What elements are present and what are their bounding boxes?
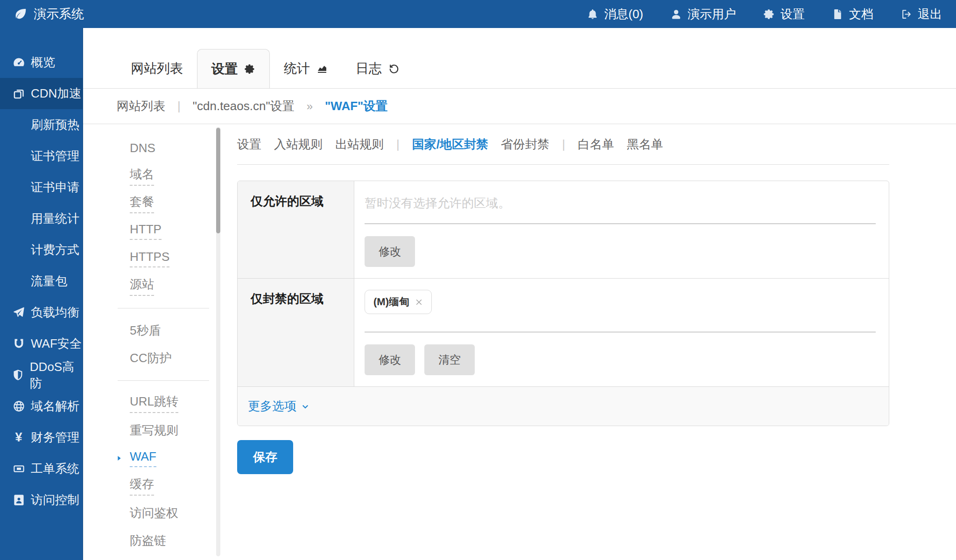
waf-tab-outbound[interactable]: 出站规则 [335,136,384,153]
caret-right-icon [116,455,123,462]
breadcrumb-site-list[interactable]: 网站列表 [117,98,165,114]
blocked-region-tag-label: (M)缅甸 [373,295,409,309]
subnav-item-waf[interactable]: WAF [83,444,215,472]
scrollbar-thumb[interactable] [216,128,220,233]
sidebar-item-label: 计费方式 [31,242,79,258]
brand[interactable]: 演示系统 [14,6,84,22]
waf-tab-province-block[interactable]: 省份封禁 [501,136,549,153]
sidebar-item-ddos[interactable]: DDoS高防 [0,359,83,391]
topnav-user[interactable]: 演示用户 [670,6,736,22]
subnav-item-cache[interactable]: 缓存 [83,472,215,499]
breadcrumb-waf-settings[interactable]: "WAF"设置 [325,98,387,114]
subnav-item-domain[interactable]: 域名 [83,162,215,189]
waf-tab-blacklist[interactable]: 黑名单 [627,136,663,153]
waf-tab-country-block[interactable]: 国家/地区封禁 [412,136,488,153]
subnav-item-http[interactable]: HTTP [83,217,215,245]
topnav: 消息(0) 演示用户 设置 文档 退出 [587,6,942,22]
sidebar-item-waf[interactable]: WAF安全 [0,328,83,359]
allowed-regions-label: 仅允许的区域 [238,181,354,278]
sidebar-item-purge[interactable]: 刷新预热 [0,109,83,140]
address-book-icon [11,494,26,506]
sidebar-item-label: 流量包 [31,273,67,289]
clear-blocked-button[interactable]: 清空 [424,344,475,375]
site-tabs: 网站列表 设置 统计 日志 [83,28,956,89]
save-button[interactable]: 保存 [237,440,293,474]
modify-allowed-button[interactable]: 修改 [365,236,415,267]
allowed-regions-buttons: 修改 [365,236,876,267]
subnav-divider [118,308,209,308]
sidebar-item-label: DDoS高防 [30,359,83,392]
tab-statistics[interactable]: 统计 [270,49,342,88]
close-icon[interactable] [415,298,423,306]
more-options-link[interactable]: 更多选项 [248,398,309,414]
tab-site-list[interactable]: 网站列表 [117,49,197,88]
sidebar-item-finance[interactable]: ¥ 财务管理 [0,422,83,453]
waf-tab-settings[interactable]: 设置 [237,136,261,153]
subnav-item-origin[interactable]: 源站 [83,272,215,300]
allowed-regions-display: 暂时没有选择允许的区域。 [365,192,876,224]
sidebar-item-access-control[interactable]: 访问控制 [0,484,83,516]
tab-label: 网站列表 [131,60,183,77]
history-icon [388,63,400,74]
brand-label: 演示系统 [34,6,84,22]
tab-settings[interactable]: 设置 [197,49,270,88]
sidebar-item-label: 访问控制 [31,492,79,508]
topnav-settings[interactable]: 设置 [763,6,805,22]
breadcrumb-site-settings[interactable]: "cdn.teaos.cn"设置 [193,98,295,114]
breadcrumb: 网站列表 | "cdn.teaos.cn"设置 » "WAF"设置 [83,89,956,124]
sidebar-item-label: 用量统计 [31,210,79,227]
sidebar-item-usage-stats[interactable]: 用量统计 [0,203,83,234]
waf-tab-whitelist[interactable]: 白名单 [578,136,614,153]
subnav-item-auth[interactable]: 访问鉴权 [83,499,215,527]
subnav-item-https[interactable]: HTTPS [83,245,215,272]
gear-icon [244,63,255,75]
topnav-logout[interactable]: 退出 [900,6,942,22]
subnav-item-5s-shield[interactable]: 5秒盾 [83,317,215,344]
sidebar-item-label: WAF安全 [31,336,82,352]
sidebar-item-billing[interactable]: 计费方式 [0,234,83,266]
tab-label: 统计 [284,60,310,77]
sidebar-item-cert-apply[interactable]: 证书申请 [0,172,83,203]
form-footer: 更多选项 [238,386,889,426]
globe-icon [11,400,26,413]
sidebar-item-dns[interactable]: 域名解析 [0,391,83,422]
modify-blocked-button[interactable]: 修改 [365,344,415,375]
waf-tab-inbound[interactable]: 入站规则 [274,136,323,153]
chart-area-icon [316,63,328,74]
shield-icon [11,369,25,381]
gear-icon [763,8,775,20]
blocked-regions-display: (M)缅甸 [365,290,876,332]
topnav-messages-label: 消息(0) [604,6,643,22]
subnav-item-url-redirect[interactable]: URL跳转 [83,389,215,417]
topnav-docs[interactable]: 文档 [832,6,873,22]
chevron-down-icon [301,402,309,411]
sidebar-item-cdn[interactable]: CDN加速 [0,78,83,109]
subnav-item-plan[interactable]: 套餐 [83,189,215,217]
settings-subnav: DNS 域名 套餐 HTTP HTTPS 源站 [83,124,215,554]
subnav-item-cc-protect[interactable]: CC防护 [83,344,215,372]
topnav-logout-label: 退出 [918,6,942,22]
topnav-messages[interactable]: 消息(0) [587,6,643,22]
sidebar-item-traffic-pack[interactable]: 流量包 [0,266,83,297]
subnav-item-dns[interactable]: DNS [83,134,215,162]
waf-tab-separator: | [396,137,400,152]
leaf-icon [14,7,27,21]
sidebar-item-label: 域名解析 [31,398,79,414]
topnav-docs-label: 文档 [849,6,873,22]
sidebar-item-label: 概览 [31,54,55,70]
blocked-region-tag: (M)缅甸 [365,290,432,314]
subnav-item-hotlink[interactable]: 防盗链 [83,527,215,554]
blocked-regions-row: 仅封禁的区域 (M)缅甸 修改 清空 [238,278,889,386]
sidebar-item-load-balance[interactable]: 负载均衡 [0,297,83,328]
subnav-item-rewrite-rules[interactable]: 重写规则 [83,417,215,444]
cdn-clone-icon [11,87,26,100]
breadcrumb-separator: | [177,99,181,113]
sidebar-item-label: 证书管理 [31,148,79,164]
tab-logs[interactable]: 日志 [342,49,414,88]
sidebar-item-overview[interactable]: 概览 [0,47,83,78]
sidebar-item-label: 刷新预热 [31,117,79,133]
blocked-regions-value: (M)缅甸 修改 清空 [354,279,889,386]
sidebar-item-label: 工单系统 [31,461,79,477]
sidebar-item-tickets[interactable]: 工单系统 [0,453,83,484]
sidebar-item-cert-manage[interactable]: 证书管理 [0,140,83,172]
